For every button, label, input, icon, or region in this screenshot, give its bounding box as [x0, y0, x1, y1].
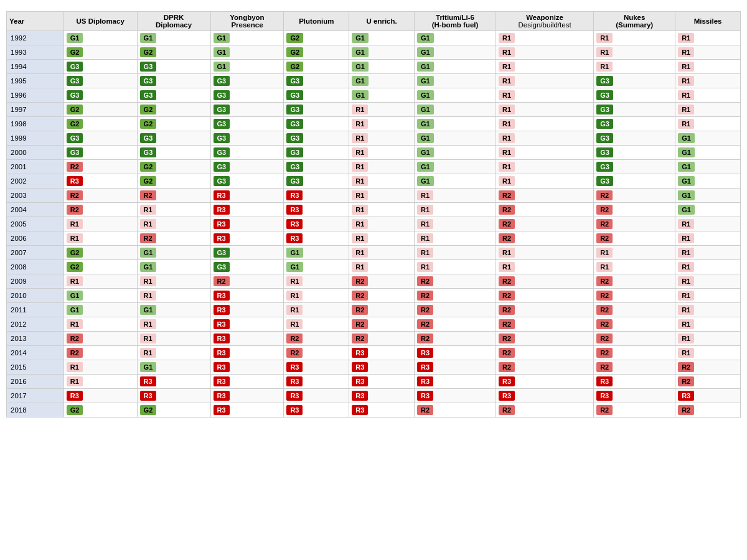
cell-nukes: R2	[594, 303, 675, 317]
cell-dprk_diplomacy: R1	[137, 289, 210, 303]
cell-value: G2	[140, 176, 157, 186]
cell-value: R1	[678, 47, 694, 57]
cell-value: R3	[678, 391, 694, 401]
cell-value: R3	[214, 305, 230, 315]
cell-value: G3	[286, 76, 303, 86]
cell-value: R2	[286, 334, 303, 343]
cell-us_diplomacy: G3	[63, 131, 137, 146]
cell-tritium: R2	[415, 303, 496, 317]
cell-value: R3	[352, 391, 368, 401]
cell-value: G3	[214, 262, 230, 272]
cell-weaponize: R1	[496, 246, 593, 260]
cell-value: R1	[678, 291, 694, 301]
cell-missiles: R1	[675, 260, 741, 274]
cell-yongbyon: R3	[210, 360, 284, 375]
cell-yongbyon: G1	[210, 60, 284, 74]
cell-value: R3	[140, 376, 156, 386]
cell-value: R1	[417, 205, 433, 215]
cell-value: G3	[286, 119, 303, 129]
cell-plutonium: G3	[284, 117, 349, 131]
cell-missiles: G1	[675, 160, 741, 174]
cell-nukes: G3	[594, 88, 675, 103]
cell-year: 1999	[7, 131, 64, 146]
cell-us_diplomacy: R1	[63, 217, 137, 231]
cell-value: R3	[499, 391, 515, 401]
cell-weaponize: R2	[496, 317, 593, 332]
cell-value: R2	[596, 219, 613, 229]
cell-value: R3	[596, 376, 613, 386]
cell-value: R2	[596, 205, 613, 215]
cell-value: R1	[286, 291, 303, 301]
cell-weaponize: R1	[496, 117, 593, 131]
cell-us_diplomacy: R1	[63, 375, 137, 389]
cell-year: 2003	[7, 189, 64, 203]
cell-tritium: G1	[415, 45, 496, 60]
cell-value: R3	[214, 190, 230, 200]
cell-value: G3	[67, 62, 83, 72]
cell-value: G1	[678, 190, 695, 200]
cell-yongbyon: G3	[210, 88, 284, 103]
cell-value: R1	[678, 90, 694, 100]
table-row: 1994G3G3G1G2G1G1R1R1R1	[7, 60, 741, 74]
cell-year: 2008	[7, 260, 64, 274]
cell-value: R2	[596, 362, 613, 372]
cell-nukes: R1	[594, 260, 675, 274]
cell-value: G1	[286, 248, 303, 258]
cell-dprk_diplomacy: G3	[137, 131, 210, 146]
cell-value: R3	[596, 391, 613, 401]
cell-dprk_diplomacy: R1	[137, 317, 210, 332]
cell-weaponize: R2	[496, 403, 593, 418]
cell-value: R3	[286, 219, 303, 229]
cell-tritium: R2	[415, 274, 496, 289]
cell-value: G1	[417, 133, 434, 143]
cell-nukes: G3	[594, 174, 675, 189]
cell-value: R3	[352, 348, 368, 358]
cell-value: G1	[214, 62, 230, 72]
cell-value: R1	[140, 276, 156, 286]
cell-value: G3	[286, 162, 303, 172]
cell-tritium: R1	[415, 260, 496, 274]
cell-missiles: R2	[675, 375, 741, 389]
cell-plutonium: R2	[284, 346, 349, 360]
cell-value: R2	[214, 276, 230, 286]
table-row: 2003R2R2R3R3R1R1R2R2G1	[7, 189, 741, 203]
cell-value: R3	[140, 391, 156, 401]
cell-missiles: R1	[675, 45, 741, 60]
cell-value: R3	[67, 391, 83, 401]
cell-value: R2	[286, 348, 303, 358]
cell-missiles: R1	[675, 88, 741, 103]
cell-us_diplomacy: R2	[63, 346, 137, 360]
cell-us_diplomacy: G2	[63, 246, 137, 260]
cell-u_enrich: G1	[349, 31, 415, 45]
cell-value: R1	[678, 305, 694, 315]
cell-value: R1	[678, 262, 694, 272]
cell-value: R3	[417, 348, 433, 358]
cell-missiles: G1	[675, 189, 741, 203]
cell-dprk_diplomacy: G1	[137, 260, 210, 274]
cell-nukes: R2	[594, 217, 675, 231]
cell-tritium: G1	[415, 160, 496, 174]
cell-value: R2	[499, 319, 515, 329]
cell-year: 2010	[7, 289, 64, 303]
cell-value: R1	[596, 248, 613, 258]
cell-tritium: R3	[415, 375, 496, 389]
cell-value: R1	[140, 291, 156, 301]
cell-u_enrich: G1	[349, 45, 415, 60]
cell-weaponize: R3	[496, 375, 593, 389]
cell-nukes: R2	[594, 231, 675, 246]
cell-tritium: R1	[415, 246, 496, 260]
cell-plutonium: G3	[284, 88, 349, 103]
cell-value: G1	[352, 33, 369, 43]
cell-missiles: R1	[675, 289, 741, 303]
table-row: 2014R2R1R3R2R3R3R2R2R1	[7, 346, 741, 360]
cell-value: G2	[67, 405, 83, 415]
cell-value: R2	[499, 291, 515, 301]
cell-value: G3	[596, 90, 613, 100]
cell-value: R3	[286, 376, 303, 386]
cell-plutonium: R3	[284, 360, 349, 375]
cell-plutonium: R1	[284, 303, 349, 317]
cell-value: G3	[140, 147, 157, 157]
cell-year: 1997	[7, 103, 64, 117]
cell-value: R1	[352, 105, 368, 114]
cell-weaponize: R1	[496, 260, 593, 274]
